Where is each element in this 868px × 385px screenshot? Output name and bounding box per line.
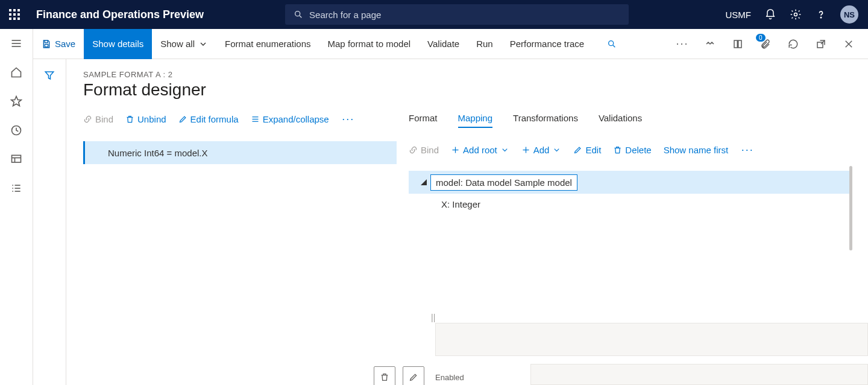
svg-point-5	[609, 40, 614, 45]
svg-rect-16	[12, 155, 21, 162]
edit-item-button[interactable]	[403, 366, 424, 385]
overflow-menu[interactable]: ···	[341, 113, 356, 126]
expand-collapse-action[interactable]: Expand/collapse	[251, 114, 329, 124]
search-icon	[607, 39, 617, 49]
overflow-menu[interactable]: ···	[669, 29, 696, 59]
top-navbar: Finance and Operations Preview Search fo…	[0, 0, 868, 29]
svg-marker-14	[11, 97, 22, 106]
run-button[interactable]: Run	[468, 29, 502, 59]
save-icon	[42, 39, 51, 49]
filter-icon[interactable]	[44, 70, 55, 81]
left-nav-rail	[0, 29, 33, 385]
svg-marker-33	[421, 179, 427, 185]
book-icon[interactable]	[725, 29, 751, 59]
add-action[interactable]: Add	[521, 145, 562, 155]
search-placeholder: Search for a page	[309, 10, 381, 20]
mapping-pane: Format Mapping Transformations Validatio…	[409, 113, 868, 385]
hamburger-icon[interactable]	[10, 37, 22, 49]
svg-point-0	[295, 11, 300, 16]
tab-format[interactable]: Format	[409, 113, 438, 128]
details-panel	[435, 323, 868, 356]
connect-icon[interactable]	[697, 29, 723, 59]
format-enumerations-button[interactable]: Format enumerations	[216, 29, 319, 59]
add-root-action[interactable]: Add root	[451, 145, 509, 155]
page-title: Format designer	[83, 80, 868, 100]
performance-trace-button[interactable]: Performance trace	[502, 29, 593, 59]
global-search[interactable]: Search for a page	[285, 4, 629, 25]
plus-icon	[451, 145, 460, 154]
validate-button[interactable]: Validate	[419, 29, 468, 59]
enabled-label: Enabled	[435, 373, 464, 382]
model-tree-root[interactable]: model: Data model Sample model	[409, 171, 850, 194]
delete-action[interactable]: Delete	[613, 145, 651, 155]
toolbar-search-button[interactable]	[599, 29, 625, 59]
home-icon[interactable]	[10, 66, 22, 78]
company-code[interactable]: USMF	[726, 10, 752, 20]
bind-action[interactable]: Bind	[83, 114, 113, 124]
svg-rect-4	[45, 44, 48, 46]
tab-mapping[interactable]: Mapping	[458, 113, 493, 128]
link-icon	[409, 145, 418, 154]
chevron-down-icon	[500, 145, 509, 154]
modules-icon[interactable]	[10, 182, 22, 194]
map-format-button[interactable]: Map format to model	[319, 29, 420, 59]
badge-count: 0	[756, 34, 766, 42]
star-icon[interactable]	[10, 95, 22, 107]
model-tree-child[interactable]: X: Integer	[409, 194, 850, 214]
link-icon	[83, 115, 92, 124]
format-tree-row[interactable]: Numeric Int64 = model.X	[83, 141, 397, 164]
svg-line-6	[613, 45, 615, 47]
unbind-action[interactable]: Unbind	[125, 114, 166, 124]
page-body: SAMPLE FORMAT A : 2 Format designer Bind…	[33, 59, 868, 385]
show-details-button[interactable]: Show details	[84, 29, 152, 59]
trash-icon	[613, 145, 622, 154]
gear-icon[interactable]	[790, 8, 802, 21]
pencil-icon	[178, 115, 187, 124]
help-icon[interactable]	[815, 8, 827, 21]
attachments-icon[interactable]: 0	[752, 29, 779, 59]
show-all-button[interactable]: Show all	[152, 29, 216, 59]
edit-action[interactable]: Edit	[573, 145, 601, 155]
app-title: Finance and Operations Preview	[29, 8, 204, 21]
format-tree-pane: Bind Unbind Edit formula Expand/collapse	[83, 113, 409, 385]
trash-icon	[380, 372, 389, 382]
popout-icon[interactable]	[808, 29, 834, 59]
edit-formula-action[interactable]: Edit formula	[178, 114, 239, 124]
plus-icon	[521, 145, 530, 154]
svg-line-1	[300, 16, 301, 18]
chevron-down-icon	[552, 145, 561, 154]
bell-icon[interactable]	[764, 8, 776, 21]
workspace-icon[interactable]	[10, 153, 22, 165]
overflow-menu[interactable]: ···	[740, 144, 755, 156]
command-bar: Save Show details Show all Format enumer…	[33, 29, 868, 59]
pencil-icon	[409, 372, 418, 382]
tab-transformations[interactable]: Transformations	[513, 113, 578, 128]
splitter-handle[interactable]: ||	[431, 313, 435, 322]
save-button[interactable]: Save	[33, 29, 84, 59]
mapping-bind-action[interactable]: Bind	[409, 145, 439, 155]
search-icon	[294, 10, 303, 19]
breadcrumb: SAMPLE FORMAT A : 2	[83, 70, 868, 79]
trash-icon	[125, 115, 134, 124]
delete-item-button[interactable]	[374, 366, 395, 385]
refresh-icon[interactable]	[780, 29, 807, 59]
scrollbar[interactable]	[849, 166, 852, 250]
svg-marker-25	[45, 72, 54, 79]
list-icon	[251, 115, 260, 124]
app-launcher-icon[interactable]	[0, 0, 29, 29]
svg-point-3	[820, 17, 821, 18]
close-icon[interactable]	[835, 29, 862, 59]
details-panel-lower	[530, 364, 868, 385]
chevron-down-icon	[198, 39, 208, 49]
user-avatar[interactable]: NS	[840, 5, 858, 24]
recent-icon[interactable]	[10, 124, 22, 136]
show-name-first-action[interactable]: Show name first	[664, 145, 729, 155]
collapse-icon[interactable]	[409, 179, 430, 185]
svg-point-2	[794, 13, 797, 16]
filter-column	[33, 59, 66, 385]
pencil-icon	[573, 145, 582, 154]
tab-validations[interactable]: Validations	[599, 113, 642, 128]
